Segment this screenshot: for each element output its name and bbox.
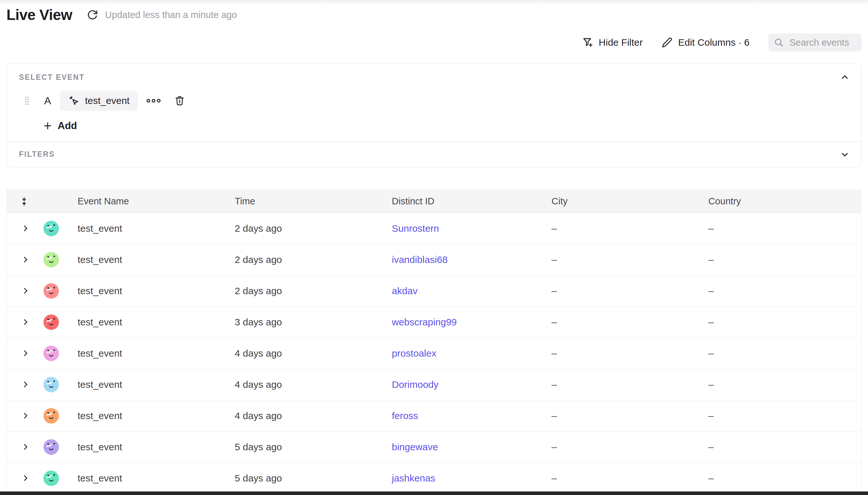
table-row[interactable]: test_event 2 days ago ivandiblasi68 – – (7, 244, 861, 275)
city-cell: – (549, 473, 706, 484)
city-cell: – (549, 379, 706, 390)
drag-handle-icon[interactable] (24, 96, 30, 106)
chevron-right-icon (21, 411, 30, 420)
event-chip-label: test_event (85, 95, 130, 106)
chevron-down-icon (840, 150, 850, 159)
chevron-right-icon (21, 255, 30, 264)
user-avatar-icon (44, 346, 59, 361)
expand-row-button[interactable] (21, 349, 30, 358)
series-letter: A (44, 95, 52, 107)
chevron-up-icon (840, 72, 850, 82)
table-row[interactable]: test_event 2 days ago Sunrostern – – (7, 213, 861, 244)
time-cell: 5 days ago (232, 442, 389, 453)
distinct-id-link[interactable]: Dorimoody (392, 379, 439, 390)
query-builder-panel: SELECT EVENT (6, 63, 862, 167)
chevron-right-icon (21, 318, 30, 326)
collapse-rows-icon[interactable] (19, 196, 29, 207)
expand-row-button[interactable] (21, 474, 30, 482)
distinct-id-link[interactable]: Sunrostern (392, 223, 439, 234)
expand-filters-button[interactable] (840, 150, 850, 159)
expand-row-button[interactable] (21, 224, 30, 233)
country-cell: – (706, 286, 861, 296)
hide-filter-button[interactable]: Hide Filter (582, 37, 643, 48)
edit-columns-button[interactable]: Edit Columns · 6 (661, 37, 750, 48)
search-events-input[interactable] (789, 37, 856, 48)
toolbar: Hide Filter Edit Columns · 6 (6, 33, 862, 51)
filters-section: FILTERS (7, 142, 861, 167)
time-cell: 4 days ago (232, 379, 389, 390)
distinct-id-link[interactable]: jashkenas (392, 473, 435, 483)
event-name-cell: test_event (75, 286, 232, 296)
time-cell: 4 days ago (232, 410, 389, 421)
cursor-click-icon (68, 95, 80, 106)
chevron-right-icon (21, 224, 30, 233)
event-name-cell: test_event (75, 317, 232, 328)
event-row: A test_event (19, 90, 850, 111)
table-row[interactable]: test_event 5 days ago jashkenas – – (7, 463, 861, 494)
user-avatar-icon (44, 221, 59, 236)
country-cell: – (706, 442, 861, 453)
live-view-page: Live View Updated less than a minute ago… (0, 0, 868, 495)
table-row[interactable]: test_event 4 days ago prostoalex – – (7, 338, 861, 369)
country-cell: – (706, 348, 861, 359)
event-name-cell: test_event (75, 442, 232, 453)
user-avatar-icon (44, 314, 59, 330)
expand-row-button[interactable] (21, 318, 30, 326)
distinct-id-link[interactable]: akdav (392, 286, 418, 296)
city-cell: – (549, 254, 706, 265)
hide-filter-label: Hide Filter (599, 37, 643, 48)
event-name-cell: test_event (75, 223, 232, 234)
expand-row-button[interactable] (21, 287, 30, 295)
events-table: Event Name Time Distinct ID City Country (6, 190, 862, 494)
page-header: Live View Updated less than a minute ago (6, 0, 862, 20)
event-options-button[interactable] (146, 97, 161, 105)
expand-row-button[interactable] (21, 411, 30, 420)
delete-event-button[interactable] (174, 95, 185, 106)
collapse-select-event-button[interactable] (840, 72, 850, 82)
distinct-id-link[interactable]: feross (392, 410, 418, 421)
search-icon (774, 38, 784, 47)
table-row[interactable]: test_event 3 days ago webscraping99 – – (7, 307, 861, 338)
user-avatar-icon (44, 439, 59, 455)
chevron-right-icon (21, 443, 30, 451)
filter-plus-icon (582, 37, 594, 48)
refresh-button[interactable] (87, 9, 98, 20)
select-event-section: SELECT EVENT (7, 63, 861, 141)
user-avatar-icon (44, 471, 59, 486)
country-cell: – (706, 379, 861, 390)
expand-row-button[interactable] (21, 255, 30, 264)
expand-row-button[interactable] (21, 380, 30, 389)
event-select-button[interactable]: test_event (60, 90, 138, 111)
table-row[interactable]: test_event 4 days ago Dorimoody – – (7, 369, 861, 400)
city-cell: – (549, 286, 706, 296)
chevron-right-icon (21, 349, 30, 358)
event-name-cell: test_event (75, 379, 232, 390)
user-avatar-icon (44, 377, 59, 392)
country-cell: – (706, 254, 861, 265)
distinct-id-link[interactable]: prostoalex (392, 348, 436, 359)
time-cell: 5 days ago (232, 473, 389, 484)
search-events-box[interactable] (768, 33, 862, 51)
distinct-id-link[interactable]: webscraping99 (392, 317, 457, 327)
user-avatar-icon (44, 252, 59, 268)
table-row[interactable]: test_event 4 days ago feross – – (7, 400, 861, 432)
country-cell: – (706, 317, 861, 328)
event-name-cell: test_event (75, 410, 232, 421)
distinct-id-link[interactable]: ivandiblasi68 (392, 254, 447, 265)
add-event-button[interactable]: Add (43, 120, 77, 132)
page-title: Live View (6, 6, 72, 23)
event-table-body: test_event 2 days ago Sunrostern – – (7, 213, 861, 494)
user-avatar-icon (44, 283, 59, 299)
time-cell: 2 days ago (232, 254, 389, 265)
country-cell: – (706, 473, 861, 484)
expand-row-button[interactable] (21, 443, 30, 451)
table-row[interactable]: test_event 5 days ago bingewave – – (7, 432, 861, 463)
time-cell: 2 days ago (232, 223, 389, 234)
event-name-cell: test_event (75, 473, 232, 484)
bottom-bar (0, 492, 868, 495)
table-row[interactable]: test_event 2 days ago akdav – – (7, 275, 861, 307)
city-cell: – (549, 410, 706, 421)
city-cell: – (549, 442, 706, 453)
distinct-id-link[interactable]: bingewave (392, 442, 438, 452)
time-cell: 3 days ago (232, 317, 389, 328)
